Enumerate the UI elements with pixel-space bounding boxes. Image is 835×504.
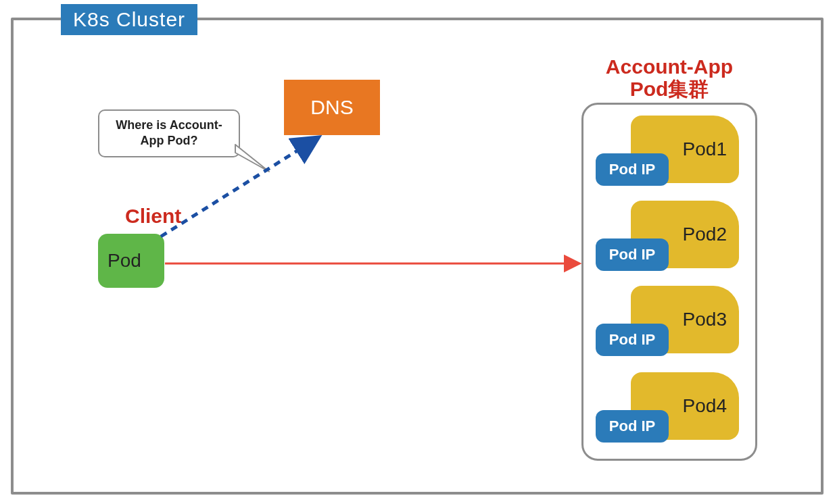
accountapp-title-line2: Pod集群 <box>630 78 709 100</box>
pod-ip-4: Pod IP <box>596 410 669 443</box>
speech-bubble: Where is Account-App Pod? <box>98 109 240 157</box>
cluster-title: K8s Cluster <box>61 4 197 35</box>
client-label: Client <box>125 205 181 228</box>
diagram-stage: K8s Cluster DNS Where is Account-App Pod… <box>0 0 835 504</box>
dns-box: DNS <box>284 80 380 135</box>
pod-ip-1: Pod IP <box>596 153 669 186</box>
pod-ip-2: Pod IP <box>596 238 669 271</box>
client-pod: Pod <box>98 234 164 288</box>
accountapp-title-line1: Account-App <box>606 55 733 78</box>
accountapp-label: Account-App Pod集群 <box>581 55 757 100</box>
pod-cluster-container: Pod1 Pod IP Pod2 Pod IP Pod3 Pod IP Pod4… <box>581 103 757 461</box>
pod-ip-3: Pod IP <box>596 324 669 356</box>
